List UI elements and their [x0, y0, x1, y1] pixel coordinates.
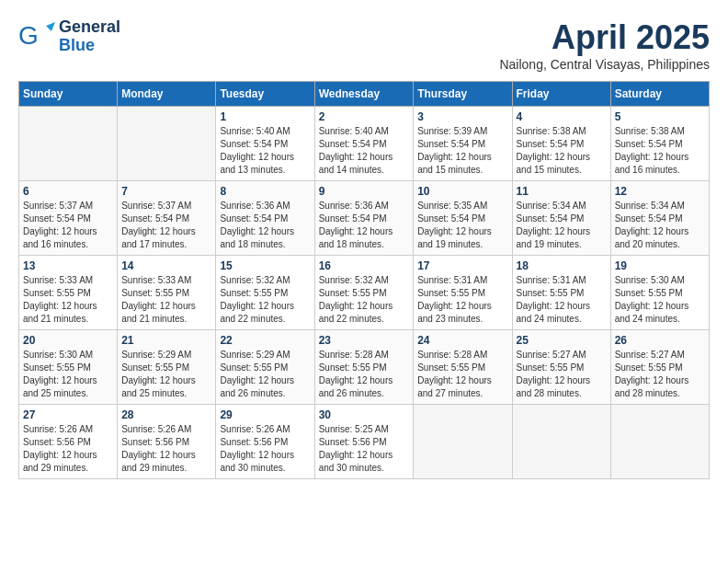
- calendar-header-wednesday: Wednesday: [314, 82, 414, 107]
- day-number: 4: [517, 110, 607, 123]
- day-number: 2: [319, 110, 410, 123]
- day-number: 14: [121, 259, 211, 272]
- calendar-cell: 2Sunrise: 5:40 AM Sunset: 5:54 PM Daylig…: [314, 107, 414, 181]
- day-number: 6: [23, 185, 113, 198]
- calendar-cell: [414, 405, 512, 479]
- day-info: Sunrise: 5:37 AM Sunset: 5:54 PM Dayligh…: [121, 200, 211, 251]
- day-info: Sunrise: 5:36 AM Sunset: 5:54 PM Dayligh…: [220, 200, 310, 251]
- day-number: 13: [23, 259, 113, 272]
- day-info: Sunrise: 5:37 AM Sunset: 5:54 PM Dayligh…: [23, 200, 113, 251]
- day-info: Sunrise: 5:38 AM Sunset: 5:54 PM Dayligh…: [615, 125, 705, 177]
- day-number: 21: [121, 334, 211, 347]
- logo: G General Blue: [18, 18, 120, 55]
- day-info: Sunrise: 5:25 AM Sunset: 5:56 PM Dayligh…: [319, 423, 410, 475]
- day-info: Sunrise: 5:32 AM Sunset: 5:55 PM Dayligh…: [319, 274, 410, 326]
- calendar-week-row: 27Sunrise: 5:26 AM Sunset: 5:56 PM Dayli…: [19, 405, 710, 479]
- calendar-cell: 14Sunrise: 5:33 AM Sunset: 5:55 PM Dayli…: [118, 256, 216, 330]
- calendar-cell: 12Sunrise: 5:34 AM Sunset: 5:54 PM Dayli…: [610, 181, 709, 256]
- calendar-cell: 16Sunrise: 5:32 AM Sunset: 5:55 PM Dayli…: [314, 256, 414, 330]
- day-info: Sunrise: 5:33 AM Sunset: 5:55 PM Dayligh…: [23, 274, 113, 326]
- calendar-cell: 24Sunrise: 5:28 AM Sunset: 5:55 PM Dayli…: [414, 330, 512, 405]
- logo-line1: General: [59, 18, 120, 37]
- day-info: Sunrise: 5:36 AM Sunset: 5:54 PM Dayligh…: [319, 200, 410, 251]
- calendar-cell: 8Sunrise: 5:36 AM Sunset: 5:54 PM Daylig…: [216, 181, 314, 256]
- day-info: Sunrise: 5:34 AM Sunset: 5:54 PM Dayligh…: [615, 200, 705, 251]
- calendar-header-monday: Monday: [118, 82, 216, 107]
- calendar-cell: 11Sunrise: 5:34 AM Sunset: 5:54 PM Dayli…: [512, 181, 610, 256]
- day-number: 5: [615, 110, 705, 123]
- day-number: 8: [220, 185, 310, 198]
- day-info: Sunrise: 5:29 AM Sunset: 5:55 PM Dayligh…: [121, 349, 211, 400]
- day-info: Sunrise: 5:39 AM Sunset: 5:54 PM Dayligh…: [417, 125, 507, 177]
- day-number: 22: [220, 334, 310, 347]
- day-number: 26: [615, 334, 705, 347]
- calendar-cell: 30Sunrise: 5:25 AM Sunset: 5:56 PM Dayli…: [314, 405, 414, 479]
- calendar-cell: 6Sunrise: 5:37 AM Sunset: 5:54 PM Daylig…: [19, 181, 118, 256]
- day-number: 28: [121, 408, 211, 421]
- day-info: Sunrise: 5:26 AM Sunset: 5:56 PM Dayligh…: [121, 423, 211, 475]
- calendar-week-row: 6Sunrise: 5:37 AM Sunset: 5:54 PM Daylig…: [19, 181, 710, 256]
- svg-text:G: G: [18, 21, 39, 50]
- day-number: 1: [220, 110, 310, 123]
- calendar-table: SundayMondayTuesdayWednesdayThursdayFrid…: [18, 81, 710, 479]
- calendar-cell: 27Sunrise: 5:26 AM Sunset: 5:56 PM Dayli…: [19, 405, 118, 479]
- day-info: Sunrise: 5:27 AM Sunset: 5:55 PM Dayligh…: [615, 349, 705, 400]
- calendar-cell: 29Sunrise: 5:26 AM Sunset: 5:56 PM Dayli…: [216, 405, 314, 479]
- calendar-header-row: SundayMondayTuesdayWednesdayThursdayFrid…: [19, 82, 710, 107]
- day-info: Sunrise: 5:28 AM Sunset: 5:55 PM Dayligh…: [319, 349, 410, 400]
- logo-icon: G: [18, 18, 55, 55]
- calendar-cell: [19, 107, 118, 181]
- day-number: 18: [517, 259, 607, 272]
- calendar-header-thursday: Thursday: [414, 82, 512, 107]
- calendar-week-row: 1Sunrise: 5:40 AM Sunset: 5:54 PM Daylig…: [19, 107, 710, 181]
- calendar-cell: [610, 405, 709, 479]
- svg-marker-1: [46, 22, 55, 31]
- title-block: April 2025 Nailong, Central Visayas, Phi…: [499, 18, 710, 72]
- day-info: Sunrise: 5:34 AM Sunset: 5:54 PM Dayligh…: [517, 200, 607, 251]
- day-info: Sunrise: 5:33 AM Sunset: 5:55 PM Dayligh…: [121, 274, 211, 326]
- day-info: Sunrise: 5:32 AM Sunset: 5:55 PM Dayligh…: [220, 274, 310, 326]
- day-number: 23: [319, 334, 410, 347]
- calendar-cell: [512, 405, 610, 479]
- day-info: Sunrise: 5:26 AM Sunset: 5:56 PM Dayligh…: [220, 423, 310, 475]
- day-number: 29: [220, 408, 310, 421]
- day-number: 11: [517, 185, 607, 198]
- day-info: Sunrise: 5:31 AM Sunset: 5:55 PM Dayligh…: [417, 274, 507, 326]
- calendar-cell: 9Sunrise: 5:36 AM Sunset: 5:54 PM Daylig…: [314, 181, 414, 256]
- day-info: Sunrise: 5:38 AM Sunset: 5:54 PM Dayligh…: [517, 125, 607, 177]
- calendar-header-sunday: Sunday: [19, 82, 118, 107]
- day-info: Sunrise: 5:27 AM Sunset: 5:55 PM Dayligh…: [517, 349, 607, 400]
- calendar-cell: 5Sunrise: 5:38 AM Sunset: 5:54 PM Daylig…: [610, 107, 709, 181]
- day-info: Sunrise: 5:31 AM Sunset: 5:55 PM Dayligh…: [517, 274, 607, 326]
- calendar-cell: 26Sunrise: 5:27 AM Sunset: 5:55 PM Dayli…: [610, 330, 709, 405]
- calendar-cell: 23Sunrise: 5:28 AM Sunset: 5:55 PM Dayli…: [314, 330, 414, 405]
- calendar-cell: [118, 107, 216, 181]
- day-info: Sunrise: 5:40 AM Sunset: 5:54 PM Dayligh…: [319, 125, 410, 177]
- day-info: Sunrise: 5:30 AM Sunset: 5:55 PM Dayligh…: [615, 274, 705, 326]
- calendar-cell: 18Sunrise: 5:31 AM Sunset: 5:55 PM Dayli…: [512, 256, 610, 330]
- day-number: 24: [417, 334, 507, 347]
- calendar-cell: 21Sunrise: 5:29 AM Sunset: 5:55 PM Dayli…: [118, 330, 216, 405]
- calendar-cell: 13Sunrise: 5:33 AM Sunset: 5:55 PM Dayli…: [19, 256, 118, 330]
- calendar-cell: 22Sunrise: 5:29 AM Sunset: 5:55 PM Dayli…: [216, 330, 314, 405]
- day-info: Sunrise: 5:35 AM Sunset: 5:54 PM Dayligh…: [417, 200, 507, 251]
- calendar-cell: 19Sunrise: 5:30 AM Sunset: 5:55 PM Dayli…: [610, 256, 709, 330]
- page-header: G General Blue April 2025 Nailong, Centr…: [18, 18, 710, 72]
- day-number: 20: [23, 334, 113, 347]
- day-number: 19: [615, 259, 705, 272]
- calendar-cell: 7Sunrise: 5:37 AM Sunset: 5:54 PM Daylig…: [118, 181, 216, 256]
- calendar-week-row: 20Sunrise: 5:30 AM Sunset: 5:55 PM Dayli…: [19, 330, 710, 405]
- day-number: 27: [23, 408, 113, 421]
- day-number: 12: [615, 185, 705, 198]
- day-number: 25: [517, 334, 607, 347]
- calendar-header-tuesday: Tuesday: [216, 82, 314, 107]
- calendar-cell: 20Sunrise: 5:30 AM Sunset: 5:55 PM Dayli…: [19, 330, 118, 405]
- day-number: 7: [121, 185, 211, 198]
- day-info: Sunrise: 5:28 AM Sunset: 5:55 PM Dayligh…: [417, 349, 507, 400]
- calendar-cell: 28Sunrise: 5:26 AM Sunset: 5:56 PM Dayli…: [118, 405, 216, 479]
- day-number: 10: [417, 185, 507, 198]
- calendar-cell: 4Sunrise: 5:38 AM Sunset: 5:54 PM Daylig…: [512, 107, 610, 181]
- day-number: 17: [417, 259, 507, 272]
- day-info: Sunrise: 5:40 AM Sunset: 5:54 PM Dayligh…: [220, 125, 310, 177]
- day-number: 30: [319, 408, 410, 421]
